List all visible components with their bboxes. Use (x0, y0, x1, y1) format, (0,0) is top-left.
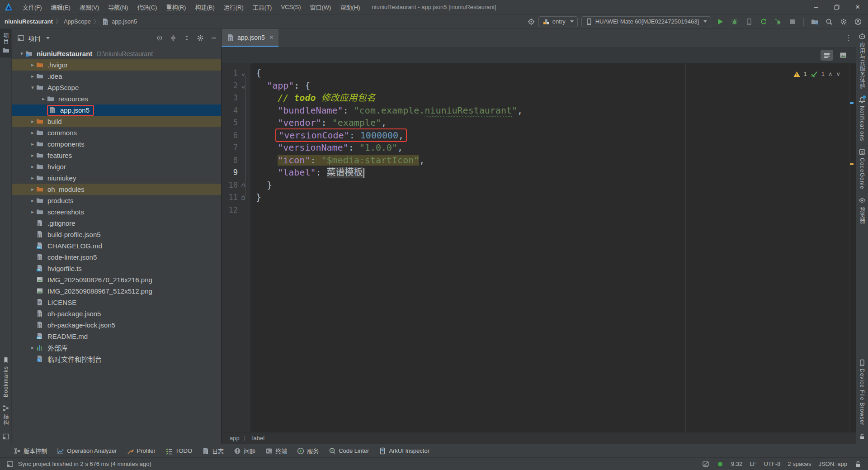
tool-strip-tab-Device File Browser[interactable]: Device File Browser (859, 356, 866, 429)
tree-item-.gitignore[interactable]: .gitignore (12, 218, 221, 229)
menu-item-8[interactable]: 工具(T) (248, 0, 277, 14)
gutter-line-6[interactable]: 6 (222, 129, 250, 142)
tree-item-hvigor[interactable]: ▸hvigor (12, 161, 221, 172)
inspections-widget[interactable]: 1 1 ∧ ∨ (793, 68, 841, 81)
chevron-right-icon[interactable]: ▸ (29, 175, 36, 181)
fold-close-icon[interactable]: ⌂ (238, 191, 249, 204)
tool-window-button-Code Linter[interactable]: Code Linter (329, 447, 369, 455)
menu-item-3[interactable]: 导航(N) (104, 0, 132, 14)
tree-item-IMG_202509088967_512x512.png[interactable]: IMG_202509088967_512x512.png (12, 285, 221, 297)
project-view-selector[interactable]: 项目 (17, 33, 50, 43)
status-widget-9:32[interactable]: 9:32 (731, 461, 742, 467)
play-button[interactable] (715, 16, 726, 27)
tool-window-button-服务[interactable]: 服务 (297, 446, 319, 455)
tree-item-features[interactable]: ▸features (12, 150, 221, 161)
chevron-right-icon[interactable]: ▸ (29, 141, 36, 147)
tree-item-niuniuRestaurant[interactable]: ▾niuniuRestaurantD:\niuniuRestaurant (12, 48, 221, 59)
gear-button[interactable] (197, 34, 204, 42)
minus-button[interactable] (210, 34, 217, 42)
tree-item-.idea[interactable]: ▸.idea (12, 71, 221, 82)
code-line-6[interactable]: "versionCode": 1000000, (256, 129, 856, 142)
code-line-12[interactable] (256, 204, 856, 217)
tool-window-button-Operation Analyzer[interactable]: Operation Analyzer (57, 447, 117, 455)
tool-window-button-Profiler[interactable]: Profiler (127, 447, 156, 455)
tree-item-code-linter.json5[interactable]: {}code-linter.json5 (12, 252, 221, 263)
chevron-right-icon[interactable]: ▸ (29, 186, 36, 192)
menu-item-2[interactable]: 视图(V) (75, 0, 104, 14)
tool-strip-tab-应用与元服务体验[interactable]: 应用与元服务体验 (859, 29, 866, 93)
tree-item-resources[interactable]: ▸resources (12, 93, 221, 104)
tab-options-kebab-icon[interactable]: ⋮ (845, 33, 852, 42)
chevron-right-icon[interactable]: ▸ (29, 209, 36, 215)
gutter-line-1[interactable]: 1⌄ (222, 67, 250, 80)
tool-window-button-TODO[interactable]: TODO (165, 447, 192, 455)
chevron-right-icon[interactable]: ▸ (29, 164, 36, 170)
tree-item-oh-package-lock.json5[interactable]: {}oh-package-lock.json5 (12, 319, 221, 331)
editor-gutter[interactable]: 1⌄2⌄345678910⌂11⌂12 (222, 63, 250, 432)
menu-item-9[interactable]: VCS(S) (276, 0, 305, 14)
tree-item-AppScope[interactable]: ▾AppScope (12, 82, 221, 93)
screen-share-icon[interactable] (702, 461, 709, 468)
breadcrumb-item-app.json5[interactable]: app.json5 (112, 18, 137, 25)
tool-window-button-终端[interactable]: 终端 (265, 446, 287, 455)
chevron-right-icon[interactable]: ▸ (29, 152, 36, 158)
minimize-button[interactable]: ─ (806, 0, 826, 14)
fold-close-icon[interactable]: ⌂ (238, 179, 249, 192)
tool-window-button-日志[interactable]: 日志 (202, 446, 224, 455)
gutter-line-2[interactable]: 2⌄ (222, 80, 250, 92)
tool-strip-tab-CodeGenie[interactable]: GCodeGenie (859, 145, 866, 193)
tool-strip-tab-Bookmarks[interactable]: Bookmarks (2, 353, 9, 401)
tool-window-button-版本控制[interactable]: 版本控制 (14, 446, 47, 455)
stripe-mark-caret[interactable] (850, 102, 854, 104)
code-line-9[interactable]: "label": 菜谱模板 (256, 166, 856, 179)
chevron-right-icon[interactable]: ▸ (29, 62, 36, 68)
chevron-right-icon[interactable]: ▸ (29, 119, 36, 124)
code-line-4[interactable]: "bundleName": "com.example.niuniuRestaur… (256, 104, 856, 117)
gutter-line-4[interactable]: 4 (222, 104, 250, 117)
right-layout-toggle[interactable] (859, 429, 866, 444)
chevron-right-icon[interactable]: ▸ (29, 345, 36, 351)
tree-item-screenshots[interactable]: ▸screenshots (12, 206, 221, 218)
menu-item-7[interactable]: 运行(R) (219, 0, 248, 14)
tree-item-products[interactable]: ▸products (12, 195, 221, 206)
tree-item-app.json5[interactable]: {}app.json5 (12, 104, 221, 116)
tool-strip-tab-项目[interactable]: 项目 (0, 29, 11, 57)
chevron-down-icon[interactable]: ▾ (29, 85, 36, 90)
tool-window-toggle-icon[interactable] (6, 461, 14, 468)
collapse-all-button[interactable] (183, 34, 190, 42)
gutter-line-3[interactable]: 3 (222, 92, 250, 104)
gutter-line-5[interactable]: 5 (222, 117, 250, 129)
tool-strip-tab-预览器[interactable]: 预览器 (859, 193, 866, 228)
menu-item-11[interactable]: 帮助(H) (335, 0, 364, 14)
fold-open-icon[interactable]: ⌄ (238, 80, 249, 92)
tree-item-README.md[interactable]: MDREADME.md (12, 331, 221, 342)
code-line-11[interactable]: } (256, 191, 856, 204)
tree-item-hvigorfile.ts[interactable]: TShvigorfile.ts (12, 263, 221, 274)
stripe-mark-warning[interactable] (850, 163, 854, 165)
breadcrumb-item-niuniuRestaurant[interactable]: niuniuRestaurant (5, 18, 53, 25)
structure-crumb-label[interactable]: label (252, 435, 264, 442)
gutter-line-8[interactable]: 8 (222, 154, 250, 167)
tree-item-.hvigor[interactable]: ▸.hvigor (12, 59, 221, 71)
gutter-line-10[interactable]: 10⌂ (222, 179, 250, 192)
code-line-8[interactable]: "icon": "$media:startIcon", (256, 154, 856, 167)
menu-item-5[interactable]: 重构(R) (161, 0, 190, 14)
structure-crumb-app[interactable]: app (230, 435, 240, 442)
status-widget-2 spaces[interactable]: 2 spaces (788, 461, 811, 467)
edit-configurations-icon[interactable] (528, 18, 535, 25)
status-widget-UTF-8[interactable]: UTF-8 (764, 461, 781, 467)
next-problem-icon[interactable]: ∨ (836, 68, 840, 81)
tree-item-build-profile.json5[interactable]: {}build-profile.json5 (12, 229, 221, 240)
tree-item-临时文件和控制台[interactable]: 临时文件和控制台 (12, 353, 221, 365)
device-folder-button[interactable] (809, 16, 820, 27)
tree-item-niuniukey[interactable]: ▸niuniukey (12, 172, 221, 184)
code-line-3[interactable]: // todo 修改应用包名 (256, 92, 856, 104)
chevron-down-icon[interactable]: ▾ (18, 51, 25, 57)
tree-item-LICENSE[interactable]: LICENSE (12, 297, 221, 308)
tree-item-commons[interactable]: ▸commons (12, 127, 221, 138)
code-line-1[interactable]: { (256, 67, 856, 80)
tree-item-oh_modules[interactable]: ▸oh_modules (12, 184, 221, 195)
breadcrumb-item-AppScope[interactable]: AppScope (64, 18, 91, 25)
code-content[interactable]: 1 1 ∧ ∨ { "app": { // todo 修改应用包名 "bundl… (250, 63, 856, 432)
fold-open-icon[interactable]: ⌄ (238, 67, 249, 80)
